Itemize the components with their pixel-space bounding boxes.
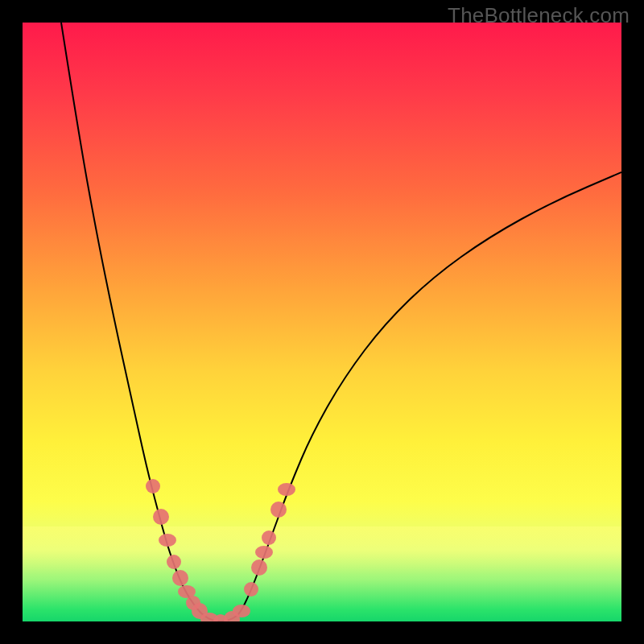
scatter-dot bbox=[146, 479, 160, 493]
scatter-dot bbox=[153, 509, 169, 525]
plot-area bbox=[23, 23, 621, 621]
scatter-dot bbox=[251, 559, 267, 576]
scatter-dot bbox=[255, 546, 273, 559]
scatter-dot bbox=[167, 555, 181, 569]
scatter-dots bbox=[146, 479, 295, 621]
chart-frame: TheBottleneck.com bbox=[0, 0, 644, 644]
scatter-dot bbox=[278, 483, 295, 496]
scatter-dot bbox=[233, 605, 250, 617]
scatter-dot bbox=[270, 502, 287, 518]
bottleneck-curve bbox=[61, 23, 621, 621]
scatter-dot bbox=[244, 582, 258, 597]
scatter-dot bbox=[172, 570, 188, 586]
scatter-dot bbox=[159, 534, 176, 547]
curve-layer bbox=[23, 23, 621, 621]
scatter-dot bbox=[262, 530, 276, 545]
